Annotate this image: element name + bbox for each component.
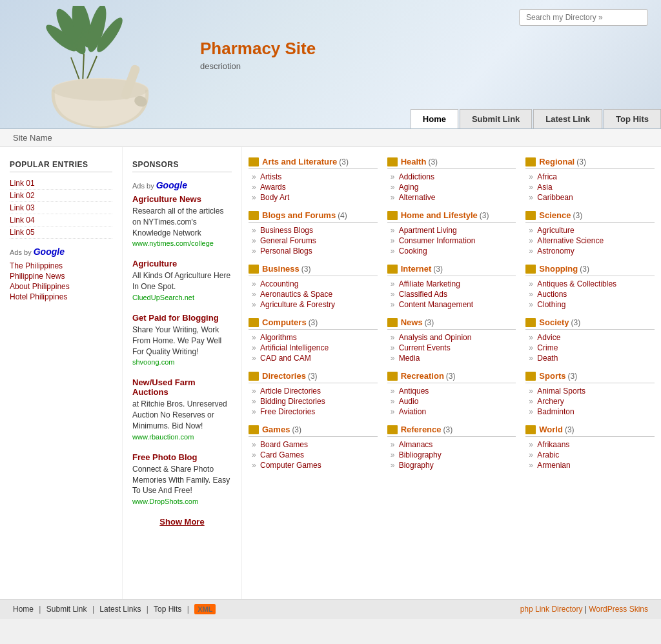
popular-link-3[interactable]: Link 03 — [10, 202, 112, 214]
dir-sub-crime[interactable]: Crime — [525, 343, 655, 353]
dir-cat-business-title[interactable]: Business — [262, 264, 300, 274]
dir-sub-death[interactable]: Death — [525, 353, 655, 363]
dir-sub-general-forums[interactable]: General Forums — [249, 236, 378, 246]
dir-sub-archery[interactable]: Archery — [525, 396, 655, 407]
dir-sub-afrikaans[interactable]: Afrikaans — [525, 439, 655, 450]
dir-cat-directories-title[interactable]: Directories — [262, 371, 306, 381]
dir-cat-games-title[interactable]: Games — [262, 425, 290, 434]
dir-sub-board-games[interactable]: Board Games — [249, 439, 378, 450]
popular-link-5[interactable]: Link 05 — [10, 226, 112, 239]
geo-link-philippines[interactable]: The Philippines — [10, 261, 112, 271]
footer-wordpress-skins[interactable]: WordPress Skins — [589, 605, 648, 614]
sponsor-ad-1-title[interactable]: Agriculture News — [132, 194, 201, 204]
dir-sub-article-dirs[interactable]: Article Directories — [249, 386, 378, 396]
dir-cat-sports-title[interactable]: Sports — [539, 371, 565, 381]
dir-sub-media[interactable]: Media — [387, 353, 516, 363]
dir-sub-personal-blogs[interactable]: Personal Blogs — [249, 246, 378, 256]
dir-sub-classified-ads[interactable]: Classified Ads — [387, 289, 516, 299]
footer-php-link-dir[interactable]: php Link Directory — [520, 605, 583, 614]
dir-sub-clothing[interactable]: Clothing — [525, 299, 655, 310]
dir-cat-regional-title[interactable]: Regional — [539, 157, 575, 166]
dir-cat-computers-title[interactable]: Computers — [262, 317, 307, 327]
dir-sub-africa[interactable]: Africa — [525, 172, 655, 182]
dir-sub-alt-science[interactable]: Alternative Science — [525, 236, 655, 246]
dir-cat-reference-title[interactable]: Reference — [401, 425, 442, 434]
dir-sub-analysis[interactable]: Analysis and Opinion — [387, 332, 516, 343]
dir-sub-biography[interactable]: Biography — [387, 460, 516, 470]
geo-link-philippine-news[interactable]: Philippine News — [10, 271, 112, 281]
geo-link-about-philippines[interactable]: About Philippines — [10, 281, 112, 292]
sponsor-ad-2-title[interactable]: Agriculture — [132, 259, 177, 268]
dir-sub-affiliate[interactable]: Affiliate Marketing — [387, 279, 516, 289]
sponsor-ad-4-title[interactable]: New/Used Farm Auctions — [132, 377, 196, 397]
dir-cat-blogs-title[interactable]: Blogs and Forums — [262, 210, 336, 220]
sponsor-ad-5-title[interactable]: Free Photo Blog — [132, 452, 197, 462]
dir-sub-content-mgmt[interactable]: Content Management — [387, 299, 516, 310]
dir-sub-apartment[interactable]: Apartment Living — [387, 225, 516, 236]
dir-sub-algorithms[interactable]: Algorithms — [249, 332, 378, 343]
search-input[interactable] — [519, 9, 648, 26]
dir-cat-health-title[interactable]: Health — [401, 157, 427, 166]
dir-sub-current-events[interactable]: Current Events — [387, 343, 516, 353]
dir-sub-advice[interactable]: Advice — [525, 332, 655, 343]
footer-home-link[interactable]: Home — [13, 605, 34, 614]
dir-sub-antiques-rec[interactable]: Antiques — [387, 386, 516, 396]
nav-home[interactable]: Home — [411, 109, 458, 128]
dir-sub-caribbean[interactable]: Caribbean — [525, 192, 655, 203]
footer-top-hits[interactable]: Top Hits — [154, 605, 181, 614]
dir-sub-agri-forestry[interactable]: Agriculture & Forestry — [249, 299, 378, 310]
dir-sub-badminton[interactable]: Badminton — [525, 407, 655, 417]
popular-link-1[interactable]: Link 01 — [10, 177, 112, 190]
dir-sub-agri-science[interactable]: Agriculture — [525, 225, 655, 236]
dir-sub-addictions[interactable]: Addictions — [387, 172, 516, 182]
dir-sub-bidding-dirs[interactable]: Bidding Directories — [249, 396, 378, 407]
dir-sub-bibliography[interactable]: Bibliography — [387, 450, 516, 460]
dir-cat-arts-title[interactable]: Arts and Literature — [262, 157, 337, 166]
dir-sub-free-dirs[interactable]: Free Directories — [249, 407, 378, 417]
dir-cat-news-title[interactable]: News — [401, 317, 423, 327]
dir-cat-world-title[interactable]: World — [539, 425, 563, 434]
popular-link-2[interactable]: Link 02 — [10, 190, 112, 202]
dir-sub-consumer-info[interactable]: Consumer Information — [387, 236, 516, 246]
footer-latest-links[interactable]: Latest Links — [99, 605, 141, 614]
dir-sub-ai[interactable]: Artificial Intelligence — [249, 343, 378, 353]
popular-link-4[interactable]: Link 04 — [10, 214, 112, 226]
dir-sub-card-games[interactable]: Card Games — [249, 450, 378, 460]
dir-sub-cooking[interactable]: Cooking — [387, 246, 516, 256]
nav-top-hits[interactable]: Top Hits — [604, 109, 661, 128]
nav-latest-link[interactable]: Latest Link — [533, 109, 602, 128]
dir-sub-almanacs[interactable]: Almanacs — [387, 439, 516, 450]
dir-sub-auctions[interactable]: Auctions — [525, 289, 655, 299]
xml-badge[interactable]: XML — [194, 604, 216, 614]
dir-cat-society-icon — [525, 318, 536, 327]
dir-sub-asia[interactable]: Asia — [525, 182, 655, 192]
dir-sub-astronomy[interactable]: Astronomy — [525, 246, 655, 256]
geo-link-hotel-philippines[interactable]: Hotel Philippines — [10, 292, 112, 302]
dir-sub-business-blogs[interactable]: Business Blogs — [249, 225, 378, 236]
dir-sub-arabic[interactable]: Arabic — [525, 450, 655, 460]
dir-sub-audio[interactable]: Audio — [387, 396, 516, 407]
dir-sub-alternative[interactable]: Alternative — [387, 192, 516, 203]
dir-cat-home-title[interactable]: Home and Lifestyle — [401, 210, 478, 220]
dir-sub-body-art[interactable]: Body Art — [249, 192, 378, 203]
dir-sub-aging[interactable]: Aging — [387, 182, 516, 192]
dir-sub-artists[interactable]: Artists — [249, 172, 378, 182]
dir-sub-antiques-coll[interactable]: Antiques & Collectibles — [525, 279, 655, 289]
dir-cat-society-title[interactable]: Society — [539, 317, 569, 327]
dir-sub-animal-sports[interactable]: Animal Sports — [525, 386, 655, 396]
dir-sub-cad[interactable]: CAD and CAM — [249, 353, 378, 363]
dir-cat-recreation-title[interactable]: Recreation — [401, 371, 444, 381]
show-more-link[interactable]: Show More — [132, 517, 232, 527]
dir-cat-internet-title[interactable]: Internet — [401, 264, 432, 274]
dir-sub-aeronautics[interactable]: Aeronautics & Space — [249, 289, 378, 299]
dir-sub-aviation[interactable]: Aviation — [387, 407, 516, 417]
dir-sub-awards[interactable]: Awards — [249, 182, 378, 192]
nav-submit-link[interactable]: Submit Link — [460, 109, 532, 128]
dir-sub-accounting[interactable]: Accounting — [249, 279, 378, 289]
dir-cat-science-title[interactable]: Science — [539, 210, 571, 220]
dir-cat-shopping-title[interactable]: Shopping — [539, 264, 578, 274]
dir-sub-computer-games[interactable]: Computer Games — [249, 460, 378, 470]
footer-submit-link[interactable]: Submit Link — [46, 605, 87, 614]
dir-sub-armenian[interactable]: Armenian — [525, 460, 655, 470]
sponsor-ad-3-title[interactable]: Get Paid for Blogging — [132, 313, 219, 323]
